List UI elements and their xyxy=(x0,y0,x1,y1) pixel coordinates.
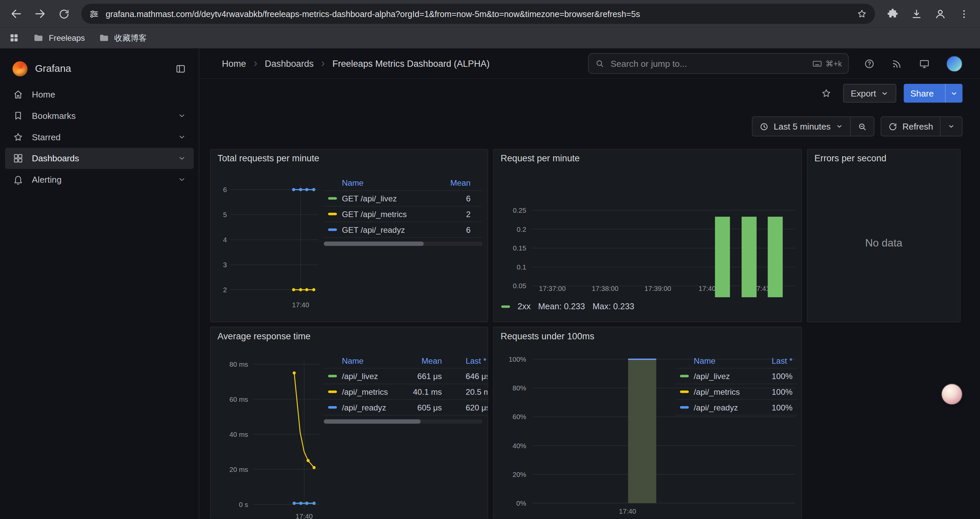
breadcrumb-home[interactable]: Home xyxy=(222,58,246,69)
site-settings-icon[interactable] xyxy=(89,8,99,19)
panel-title[interactable]: Request per minute xyxy=(501,153,580,163)
sidebar-item-bookmarks[interactable]: Bookmarks xyxy=(5,105,194,126)
chevron-down-icon[interactable] xyxy=(177,133,186,141)
panel-title[interactable]: Requests under 100ms xyxy=(501,331,594,341)
chevron-down-icon[interactable] xyxy=(177,154,186,163)
sidebar-item-label: Alerting xyxy=(32,175,62,185)
panel-legend-table: NameMeanLast */api/_livez661 μs646 μs/ap… xyxy=(323,354,488,415)
sidebar-item-home[interactable]: Home xyxy=(5,84,194,105)
svg-text:17:37:00: 17:37:00 xyxy=(539,284,566,292)
legend-row[interactable]: /api/_livez100% xyxy=(675,369,797,385)
sidebar-item-starred[interactable]: Starred xyxy=(5,126,194,148)
share-button[interactable]: Share xyxy=(904,84,941,102)
legend-row[interactable]: GET /api/_livez6 xyxy=(323,191,482,206)
svg-text:0.05: 0.05 xyxy=(513,282,527,289)
series-color-dash xyxy=(501,305,510,307)
panel-legend-table: NameLast */api/_livez100%/api/_metrics10… xyxy=(675,354,797,415)
forward-icon[interactable] xyxy=(29,2,51,25)
dashboard-actions: Export Share xyxy=(199,79,980,107)
panel-title[interactable]: Total requests per minute xyxy=(218,153,319,163)
series-mean: Mean: 0.233 xyxy=(538,302,585,311)
legend-header[interactable]: NameMeanLast * xyxy=(323,354,488,369)
series-color-dash xyxy=(680,375,689,377)
legend-row[interactable]: GET /api/_metrics2 xyxy=(323,206,482,222)
legend-row[interactable]: /api/_metrics40.1 ms20.5 ms xyxy=(323,384,488,400)
average-response-time-chart[interactable]: 80 ms60 ms40 ms20 ms0 s17:40 xyxy=(212,352,323,519)
svg-text:0.15: 0.15 xyxy=(513,244,527,252)
search-icon xyxy=(595,59,605,68)
export-button[interactable]: Export xyxy=(843,84,896,102)
bookmark-folder-freeleaps[interactable]: Freeleaps xyxy=(33,32,85,43)
dock-sidebar-icon[interactable] xyxy=(175,63,186,75)
legend-row[interactable]: GET /api/_readyz6 xyxy=(323,222,482,238)
reload-icon[interactable] xyxy=(52,2,75,25)
url-text[interactable]: grafana.mathmast.com/d/deytv4rwavabkb/fr… xyxy=(106,9,850,18)
time-controls: Last 5 minutes Refresh xyxy=(199,107,980,144)
sidebar-item-label: Bookmarks xyxy=(32,111,76,121)
bookmark-folder-blogs[interactable]: 收藏博客 xyxy=(99,32,147,43)
panel-requests-under-100ms[interactable]: Requests under 100ms 100%80%60%40%20%0%1… xyxy=(493,327,802,519)
monitor-icon[interactable] xyxy=(919,58,930,69)
panel-title[interactable]: Errors per second xyxy=(814,153,886,163)
svg-text:0.25: 0.25 xyxy=(513,206,527,214)
panel-errors-per-second[interactable]: Errors per second No data xyxy=(807,149,961,322)
extensions-icon[interactable] xyxy=(881,2,904,25)
time-range-picker[interactable]: Last 5 minutes xyxy=(752,117,850,136)
sidebar-item-alerting[interactable]: Alerting xyxy=(5,169,194,190)
refresh-button[interactable]: Refresh xyxy=(881,117,940,136)
chevron-right-icon xyxy=(318,59,327,68)
sidebar-item-label: Starred xyxy=(32,132,61,142)
profile-icon[interactable] xyxy=(929,2,951,25)
series-max: Max: 0.233 xyxy=(592,302,634,311)
help-icon[interactable] xyxy=(864,58,875,69)
grafana-logo[interactable] xyxy=(12,61,27,77)
zoom-out-button[interactable] xyxy=(850,117,873,136)
legend-header[interactable]: NameMean xyxy=(323,176,482,191)
legend-header[interactable]: NameLast * xyxy=(675,354,797,369)
series-color-dash xyxy=(328,228,337,231)
back-icon[interactable] xyxy=(5,2,27,25)
svg-text:2: 2 xyxy=(223,286,227,294)
legend-scrollbar[interactable] xyxy=(324,241,483,246)
breadcrumb-dashboards[interactable]: Dashboards xyxy=(265,58,314,69)
user-avatar[interactable] xyxy=(946,56,963,72)
browser-toolbar: grafana.mathmast.com/d/deytv4rwavabkb/fr… xyxy=(0,0,980,27)
svg-text:0.1: 0.1 xyxy=(517,263,527,271)
panel-total-requests[interactable]: Total requests per minute 6543217:40 Nam… xyxy=(210,149,488,322)
legend-row[interactable]: /api/_readyz605 μs620 μs xyxy=(323,400,488,415)
address-bar[interactable]: grafana.mathmast.com/d/deytv4rwavabkb/fr… xyxy=(81,4,875,24)
favorite-star-icon[interactable] xyxy=(817,84,835,102)
chevron-down-icon[interactable] xyxy=(177,112,186,120)
sidebar-item-dashboards[interactable]: Dashboards xyxy=(5,148,194,169)
chevron-down-icon[interactable] xyxy=(177,175,186,184)
svg-text:5: 5 xyxy=(223,211,227,219)
panel-request-per-minute[interactable]: Request per minute 0.250.20.150.10.05017… xyxy=(493,149,802,322)
series-name[interactable]: 2xx xyxy=(517,302,530,311)
legend-row[interactable]: /api/_metrics100% xyxy=(675,384,797,400)
browser-menu-icon[interactable] xyxy=(953,2,975,25)
bookmark-star-icon[interactable] xyxy=(856,8,868,19)
panel-average-response-time[interactable]: Average response time 80 ms60 ms40 ms20 … xyxy=(210,327,488,519)
refresh-interval-button[interactable] xyxy=(940,117,962,136)
refresh-icon xyxy=(888,121,897,131)
total-requests-chart[interactable]: 6543217:40 xyxy=(215,176,322,317)
bell-icon xyxy=(12,174,24,185)
share-menu-button[interactable] xyxy=(945,84,963,102)
request-per-minute-chart[interactable]: 0.250.20.150.10.05017:37:0017:38:0017:39… xyxy=(496,175,800,297)
legend-scrollbar[interactable] xyxy=(324,419,483,423)
panel-title[interactable]: Average response time xyxy=(218,331,310,341)
sidebar-item-label: Dashboards xyxy=(32,153,79,163)
floating-assistant-avatar[interactable] xyxy=(942,384,962,404)
svg-text:4: 4 xyxy=(223,236,227,243)
svg-text:6: 6 xyxy=(223,186,227,193)
bookmarks-bar: Freeleaps 收藏博客 xyxy=(0,27,980,49)
panel-legend[interactable]: 2xx Mean: 0.233 Max: 0.233 xyxy=(501,302,635,311)
download-icon[interactable] xyxy=(905,2,927,25)
legend-row[interactable]: /api/_livez661 μs646 μs xyxy=(323,369,488,385)
apps-grid-icon[interactable] xyxy=(9,32,19,43)
rss-icon[interactable] xyxy=(891,58,903,69)
search-input[interactable] xyxy=(609,58,807,69)
search-box[interactable]: ⌘+k xyxy=(588,53,849,74)
legend-row[interactable]: /api/_readyz100% xyxy=(675,400,797,415)
breadcrumb-current: Freeleaps Metrics Dashboard (ALPHA) xyxy=(332,58,490,69)
